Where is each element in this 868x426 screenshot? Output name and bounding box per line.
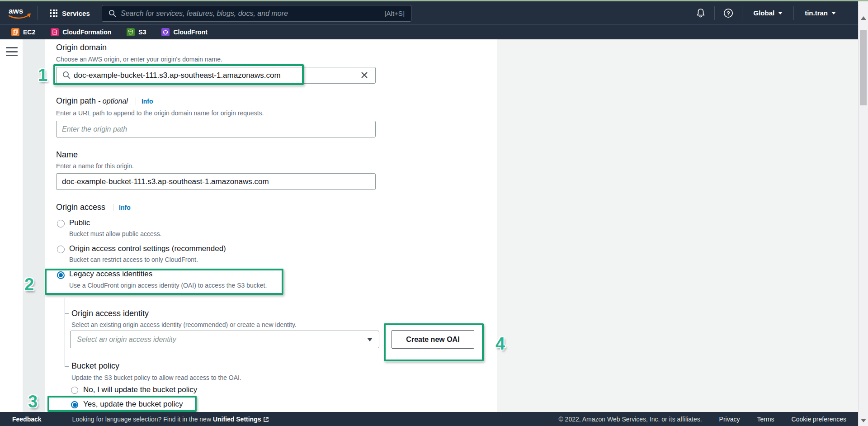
language-hint-text: Looking for language selection? Find it … [72,416,211,423]
side-nav-gutter [23,39,45,412]
favorite-ec2[interactable]: EC2 [11,28,35,36]
svg-text:?: ? [727,10,731,16]
search-icon [108,9,116,17]
console-footer: Feedback Looking for language selection?… [0,412,868,426]
name-label: Name [56,150,78,160]
chevron-down-icon [831,12,836,14]
services-label: Services [62,9,90,17]
search-shortcut-hint: [Alt+S] [384,9,405,17]
favorite-label: CloudFront [173,28,207,36]
origin-path-description: Enter a URL path to append to the origin… [56,109,264,117]
name-input[interactable] [56,173,376,190]
radio-legacy-access-identities-description: Use a CloudFront origin access identity … [69,282,267,289]
account-label: tin.tran [805,9,828,17]
aws-logo[interactable]: aws [7,5,33,21]
origin-path-input[interactable] [56,121,376,137]
copyright-text: © 2022, Amazon Web Services, Inc. or its… [558,416,702,423]
notifications-button[interactable] [691,1,711,24]
tree-connector [65,366,69,367]
radio-origin-access-control-label[interactable]: Origin access control settings (recommen… [69,244,226,253]
favorite-cloudformation[interactable]: CloudFormation [51,28,111,36]
unified-settings-link[interactable]: Unified Settings [213,416,261,423]
terms-link[interactable]: Terms [757,416,774,423]
origin-path-label-text: Origin path [56,96,96,105]
tree-connector [65,313,69,314]
services-grid-icon [50,9,57,17]
nav-separator [37,6,38,20]
language-hint: Looking for language selection? Find it … [72,416,269,423]
navbar-right-cluster: ? Global tin.tran [691,1,843,24]
origin-domain-input[interactable] [56,67,376,84]
favorite-label: EC2 [23,28,35,36]
radio-origin-access-control-description: Bucket can restrict access to only Cloud… [69,256,198,263]
radio-yes-update-bucket-policy[interactable] [71,401,78,408]
clear-input-icon[interactable] [359,70,370,80]
select-placeholder: Select an origin access identity [77,336,367,344]
chevron-down-icon [778,12,783,14]
create-new-oai-button[interactable]: Create new OAI [392,330,474,349]
ec2-icon [11,28,19,36]
search-input[interactable] [121,9,380,18]
privacy-link[interactable]: Privacy [719,416,740,423]
radio-public-description: Bucket must allow public access. [69,230,162,237]
scrollbar-thumb[interactable] [860,30,867,105]
nav-separator [742,6,742,20]
radio-no-update-bucket-policy-label[interactable]: No, I will update the bucket policy [83,385,197,394]
origin-domain-label: Origin domain [56,43,107,52]
optional-suffix: - optional [98,97,128,105]
nav-separator [793,6,794,20]
side-nav-rail [0,39,23,412]
favorites-bar: EC2 CloudFormation S3 CloudFront [0,24,868,39]
origin-access-label-text: Origin access [56,203,105,212]
scrollbar-up-arrow[interactable] [861,16,866,20]
radio-legacy-access-identities-label[interactable]: Legacy access identities [69,270,152,279]
name-description: Enter a name for this origin. [56,162,134,170]
chevron-down-icon [367,338,373,341]
nav-separator [714,6,715,20]
cloudfront-icon [161,28,170,36]
question-icon: ? [723,8,733,18]
top-accent-line [0,0,868,1]
origin-domain-description: Choose an AWS origin, or enter your orig… [56,56,222,63]
account-menu[interactable]: tin.tran [797,1,843,24]
cookie-preferences-link[interactable]: Cookie preferences [792,416,846,423]
feedback-link[interactable]: Feedback [12,416,42,423]
origin-path-info-link[interactable]: Info [136,98,153,105]
favorite-s3[interactable]: S3 [127,28,146,36]
scrollbar-down-arrow[interactable] [861,419,866,422]
global-search-bar: [Alt+S] [102,5,411,22]
bucket-policy-description: Update the S3 bucket policy to allow rea… [71,374,241,381]
origin-path-label: Origin path - optional Info [56,96,153,106]
region-selector[interactable]: Global [746,1,790,24]
services-button[interactable]: Services [45,5,94,21]
region-label: Global [753,9,774,17]
origin-access-info-link[interactable]: Info [113,204,131,211]
search-icon [62,71,71,79]
origin-settings-panel [45,39,497,412]
svg-text:aws: aws [9,7,23,15]
radio-yes-update-bucket-policy-label[interactable]: Yes, update the bucket policy [83,400,183,409]
origin-access-label: Origin access Info [56,203,131,212]
aws-console-screen: aws Services [Alt+S] [0,0,868,426]
help-button[interactable]: ? [718,1,738,24]
menu-icon[interactable] [6,47,18,56]
radio-public[interactable] [57,220,65,227]
origin-access-identity-label: Origin access identity [71,309,149,318]
origin-access-identity-select[interactable]: Select an origin access identity [70,331,379,348]
s3-icon [127,28,135,36]
radio-public-label[interactable]: Public [69,218,90,227]
radio-origin-access-control[interactable] [57,246,65,253]
favorite-label: S3 [138,28,146,36]
radio-no-update-bucket-policy[interactable] [71,387,78,394]
external-link-icon [263,417,269,422]
radio-legacy-access-identities[interactable] [57,271,65,279]
tree-connector [65,298,65,367]
cloudformation-icon [51,28,59,36]
favorite-cloudfront[interactable]: CloudFront [161,28,207,36]
top-navbar: aws Services [Alt+S] [0,1,868,24]
main-content: Origin domain Choose an AWS origin, or e… [0,39,868,412]
bell-icon [696,8,705,18]
favorite-label: CloudFormation [62,28,111,36]
bucket-policy-label: Bucket policy [71,361,119,371]
page-scrollbar[interactable] [858,1,868,426]
